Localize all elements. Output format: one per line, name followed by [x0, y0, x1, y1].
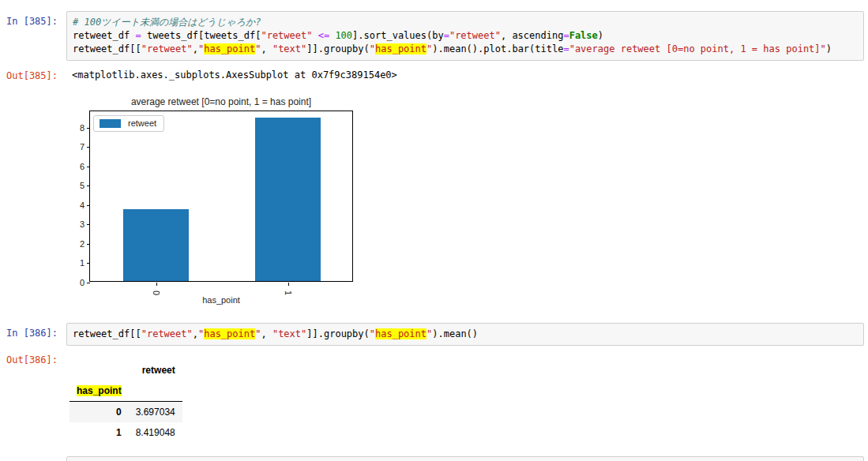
bar-chart: average retweet [0=no point, 1 = has poi… — [73, 93, 363, 308]
y-tick-label: 7 — [69, 143, 85, 152]
header-empty-cell — [70, 360, 129, 380]
code-token: = — [563, 43, 569, 54]
code-token: " — [370, 43, 375, 54]
code-token: ) — [598, 30, 603, 41]
search-highlight: has_point — [77, 385, 122, 396]
code-token: ).mean().plot.bar(title — [432, 43, 563, 54]
table-row: 1 8.419048 — [70, 422, 182, 443]
index-name-empty-cell — [129, 380, 182, 402]
code-cell-385[interactable]: # 100ツイート未満の場合はどうじゃろか?retweet_df = tweet… — [66, 11, 864, 61]
code-token: ) — [826, 43, 832, 54]
code-token: = — [444, 30, 449, 41]
input-prompt-386: In [386]: — [6, 328, 58, 339]
code-token: retweet_df[[ — [73, 43, 141, 54]
y-tick-label: 8 — [69, 124, 85, 133]
code-line: retweet_df[["retweet","has_point", "text… — [73, 43, 858, 56]
index-name-row: has_point — [70, 380, 182, 402]
table-header-row: retweet — [70, 360, 182, 380]
code-line: retweet_df[["retweet","has_point", "text… — [73, 328, 858, 341]
code-token: = — [563, 30, 569, 41]
y-tick-label: 6 — [69, 163, 85, 171]
y-tick-mark — [87, 263, 90, 264]
code-token: = — [135, 30, 141, 41]
code-token: , — [193, 43, 198, 54]
search-highlight: has_point — [375, 328, 426, 339]
y-tick-mark — [87, 186, 90, 186]
x-tick-mark — [288, 283, 289, 286]
code-cell-next-partial[interactable] — [66, 456, 864, 461]
code-token: <= — [318, 30, 329, 41]
code-token: tweets_df[tweets_df[ — [141, 30, 261, 41]
code-token: retweet_df — [73, 30, 135, 41]
output-prompt-385: Out[385]: — [6, 70, 58, 81]
y-tick-mark — [87, 205, 90, 206]
row-index-0: 0 — [70, 402, 129, 423]
code-token: "average retweet [0=no point, 1 = has po… — [569, 43, 826, 54]
y-tick-label: 1 — [69, 259, 85, 268]
row-value-0: 3.697034 — [129, 402, 182, 423]
y-tick-mark — [87, 244, 90, 245]
index-name-cell: has_point — [70, 380, 129, 402]
code-token: " — [370, 328, 375, 339]
x-tick-mark — [156, 283, 157, 286]
code-token: "text" — [272, 328, 306, 339]
search-highlight: has_point — [375, 43, 426, 54]
input-prompt-385: In [385]: — [6, 16, 58, 27]
code-token: , — [261, 43, 272, 54]
notebook: In [385]: # 100ツイート未満の場合はどうじゃろか?retweet_… — [0, 0, 868, 461]
bar — [255, 118, 321, 281]
code-token: # 100ツイート未満の場合はどうじゃろか? — [73, 17, 261, 28]
bar — [123, 209, 190, 281]
code-token: ]].groupby( — [306, 328, 369, 339]
search-highlight: has_point — [204, 328, 255, 339]
code-token: "retweet" — [141, 43, 193, 54]
code-token: ]].groupby( — [306, 43, 369, 54]
code-token: retweet_df[[ — [73, 328, 141, 339]
y-tick-label: 0 — [69, 279, 85, 287]
code-token: "retweet" — [141, 328, 193, 339]
code-token: 100 — [335, 30, 352, 41]
output-prompt-386: Out[386]: — [6, 354, 58, 365]
code-token: , ascending — [501, 30, 563, 41]
code-token: "text" — [272, 43, 306, 54]
code-line: # 100ツイート未満の場合はどうじゃろか? — [73, 16, 858, 29]
legend-swatch-icon — [100, 119, 121, 128]
y-tick-label: 5 — [69, 182, 85, 190]
code-token — [312, 30, 318, 41]
y-tick-mark — [87, 283, 90, 283]
dataframe-table: retweet has_point 0 3.697034 1 8.419048 — [70, 360, 182, 443]
code-token: "retweet" — [449, 30, 501, 41]
row-index-1: 1 — [70, 422, 129, 443]
code-token: False — [569, 30, 598, 41]
y-tick-mark — [87, 147, 90, 148]
y-tick-label: 2 — [69, 240, 85, 249]
column-header-retweet: retweet — [129, 360, 182, 380]
row-value-1: 8.419048 — [129, 422, 182, 443]
code-token: , — [193, 328, 198, 339]
code-token: ).mean() — [432, 328, 478, 339]
legend-label: retweet — [128, 119, 156, 128]
x-axis-label: has_point — [89, 295, 353, 305]
y-tick-mark — [87, 128, 90, 129]
y-tick-label: 4 — [69, 201, 85, 210]
table-row: 0 3.697034 — [70, 402, 182, 423]
code-line: retweet_df = tweets_df[tweets_df["retwee… — [73, 29, 858, 43]
chart-plot-area: retweet 01234567801 — [89, 111, 353, 282]
code-cell-386[interactable]: retweet_df[["retweet","has_point", "text… — [66, 323, 864, 346]
axessubplot-repr: <matplotlib.axes._subplots.AxesSubplot a… — [72, 69, 397, 81]
code-token: "retweet" — [261, 30, 312, 41]
y-tick-mark — [87, 224, 90, 225]
y-tick-mark — [87, 167, 90, 167]
y-tick-label: 3 — [69, 220, 85, 229]
chart-title: average retweet [0=no point, 1 = has poi… — [89, 96, 353, 107]
search-highlight: has_point — [204, 43, 255, 54]
code-token: , — [261, 328, 272, 339]
chart-legend: retweet — [93, 115, 164, 132]
code-token: ].sort_values(by — [352, 30, 444, 41]
